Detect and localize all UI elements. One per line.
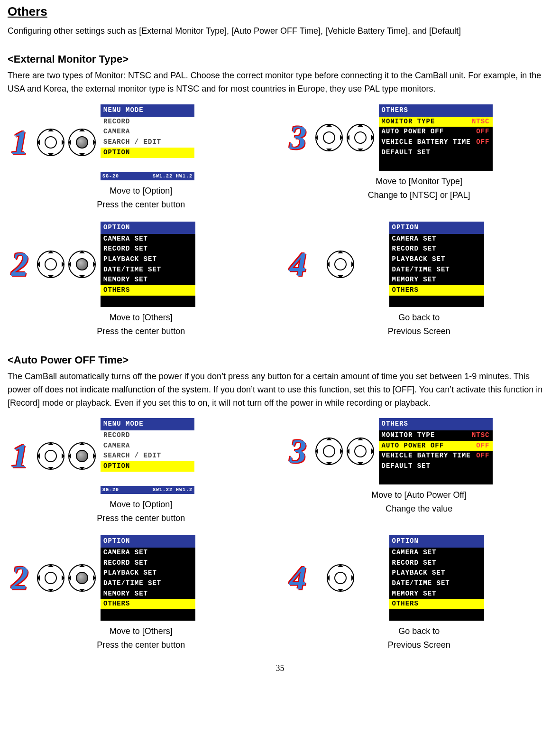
step1-caption-b: Press the center button (8, 198, 275, 212)
step-number-3: 3 (286, 121, 311, 155)
dpad-icon (315, 438, 343, 465)
step-number-1: 1 (8, 439, 32, 473)
section2-heading: <Auto Power OFF Time> (8, 352, 552, 368)
page-number: 35 (8, 662, 552, 675)
step2-caption-b: Press the center button (8, 639, 275, 652)
step2-caption-b: Press the center button (8, 325, 275, 338)
section1-body: There are two types of Monitor: NTSC and… (8, 69, 552, 96)
step-number-2: 2 (8, 561, 32, 595)
step-1: 1 MENU MODE RECORD CAMERA SEARCH / EDIT … (8, 104, 275, 212)
lcd-option: OPTION CAMERA SET RECORD SET PLAYBACK SE… (101, 222, 195, 307)
dpad-icon (37, 442, 64, 470)
step4-caption-b: Previous Screen (286, 639, 553, 652)
lcd-others-monitor: OTHERS MONITOR TYPENTSC AUTO POWER OFFOF… (379, 104, 493, 171)
dpad-icon (327, 251, 354, 278)
dpad-icon (37, 129, 64, 156)
step-3: 3 OTHERS MONITOR TYPENTSC AUTO POWER OFF… (286, 418, 553, 526)
dpad-icon (327, 564, 354, 592)
step-number-3: 3 (286, 434, 311, 468)
step1-caption-b: Press the center button (8, 512, 275, 525)
step3-caption-a: Move to [Monitor Type] (286, 175, 553, 188)
dpad-press-icon (68, 442, 96, 470)
step-number-4: 4 (286, 561, 311, 595)
step2-caption-a: Move to [Others] (8, 311, 275, 325)
step2-caption-a: Move to [Others] (8, 625, 275, 638)
step-number-4: 4 (286, 247, 311, 281)
step-3: 3 OTHERS MONITOR TYPENTSC AUTO POWER OFF… (286, 104, 553, 212)
page-title: Others (8, 2, 552, 21)
step-number-2: 2 (8, 247, 32, 281)
lcd-option: OPTION CAMERA SET RECORD SET PLAYBACK SE… (101, 535, 195, 621)
lcd-menu-mode: MENU MODE RECORD CAMERA SEARCH / EDIT OP… (101, 418, 194, 494)
step4-caption-a: Go back to (286, 625, 553, 638)
step-number-1: 1 (8, 125, 32, 159)
dpad-icon (315, 124, 343, 151)
dpad-icon (37, 251, 64, 278)
dpad-icon (347, 438, 374, 465)
step4-caption-b: Previous Screen (286, 325, 553, 338)
dpad-icon (347, 124, 374, 151)
step1-caption-a: Move to [Option] (8, 185, 275, 198)
section2-steps: 1 MENU MODE RECORD CAMERA SEARCH / EDIT … (8, 418, 552, 652)
step3-caption-b: Change to [NTSC] or [PAL] (286, 189, 553, 202)
dpad-press-icon (68, 564, 96, 592)
section2-body: The CamBall automatically turns off the … (8, 370, 552, 410)
step-2: 2 OPTION CAMERA SET RECORD SET PLAYBACK … (8, 535, 275, 652)
step1-caption-a: Move to [Option] (8, 498, 275, 512)
step-2: 2 OPTION CAMERA SET RECORD SET PLAYBACK … (8, 222, 275, 339)
section1-heading: <External Monitor Type> (8, 51, 552, 67)
dpad-icon (37, 564, 64, 592)
dpad-press-icon (68, 251, 96, 278)
lcd-option: OPTION CAMERA SET RECORD SET PLAYBACK SE… (389, 535, 484, 621)
lcd-option: OPTION CAMERA SET RECORD SET PLAYBACK SE… (389, 222, 484, 307)
step-1: 1 MENU MODE RECORD CAMERA SEARCH / EDIT … (8, 418, 275, 526)
step-4: 4 OPTION CAMERA SET RECORD SET PLAYBACK … (286, 535, 553, 652)
section1-steps: 1 MENU MODE RECORD CAMERA SEARCH / EDIT … (8, 104, 552, 339)
dpad-press-icon (68, 129, 96, 156)
step4-caption-a: Go back to (286, 311, 553, 325)
step3-caption-b: Change the value (286, 503, 553, 516)
lcd-menu-mode: MENU MODE RECORD CAMERA SEARCH / EDIT OP… (101, 104, 194, 180)
intro-text: Configuring other settings such as [Exte… (8, 25, 552, 38)
lcd-others-auto: OTHERS MONITOR TYPENTSC AUTO POWER OFFOF… (379, 418, 493, 484)
step3-caption-a: Move to [Auto Power Off] (286, 489, 553, 502)
step-4: 4 OPTION CAMERA SET RECORD SET PLAYBACK … (286, 222, 553, 339)
